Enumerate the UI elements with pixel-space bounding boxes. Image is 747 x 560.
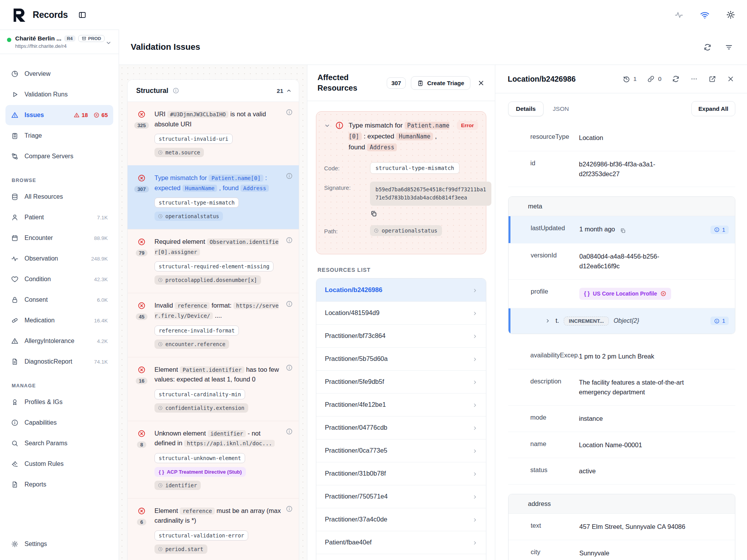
- sidebar-item-overview[interactable]: Overview: [5, 64, 113, 84]
- sidebar-item-settings[interactable]: Settings: [5, 534, 113, 554]
- info-count-badge[interactable]: 1: [710, 317, 729, 325]
- info-count-badge[interactable]: 1: [710, 226, 729, 234]
- detail-row[interactable]: lastUpdated1 month ago1: [509, 216, 735, 243]
- issue-card[interactable]: 325URI #U3DjmnJW3CLbaIHO is not a valid …: [128, 102, 299, 165]
- info-icon[interactable]: [286, 236, 293, 243]
- sidebar-item-observation[interactable]: Observation248.9K: [5, 248, 113, 269]
- theme-toggle-icon[interactable]: [726, 10, 735, 19]
- resource-list-item[interactable]: Patient/fbda408: [316, 554, 486, 560]
- sidebar-item-encounter[interactable]: Encounter88.9K: [5, 228, 113, 248]
- resource-list-item[interactable]: Practitioner/0ca773e5: [316, 439, 486, 462]
- info-icon[interactable]: [286, 108, 293, 116]
- rule-tag[interactable]: structural-invalid-uri: [154, 134, 233, 144]
- detail-row[interactable]: modeinstance: [508, 406, 735, 432]
- detail-row[interactable]: nameLocation Name-00001: [508, 432, 735, 458]
- rule-tag[interactable]: structural-unknown-element: [154, 453, 245, 463]
- sidebar-item-medication[interactable]: Medication16.4K: [5, 310, 113, 331]
- open-external-icon[interactable]: [708, 75, 716, 83]
- rule-tag[interactable]: structural-validation-error: [154, 530, 248, 541]
- resource-list-item[interactable]: Practitioner/04776cdb: [316, 416, 486, 439]
- detail-row[interactable]: citySunnyvale: [509, 540, 735, 560]
- sidebar-item-compare-servers[interactable]: Compare Servers: [5, 146, 113, 166]
- sidebar-item-profiles-igs[interactable]: Profiles & IGs: [5, 392, 113, 412]
- sidebar-item-triage[interactable]: Triage: [5, 126, 113, 146]
- refresh-icon[interactable]: [672, 75, 680, 83]
- resource-list-item[interactable]: Practitioner/5fe9db5f: [316, 370, 486, 393]
- rule-tag[interactable]: structural-required-element-missing: [154, 261, 274, 271]
- sidebar-item-capabilities[interactable]: Capabilities: [5, 413, 113, 433]
- wifi-icon[interactable]: [700, 10, 710, 20]
- copy-icon[interactable]: [370, 210, 377, 217]
- resource-list-item[interactable]: Practitioner/5b75d60a: [316, 347, 486, 370]
- close-icon[interactable]: [727, 75, 735, 83]
- more-options-icon[interactable]: [690, 75, 698, 83]
- sidebar-item-all-resources[interactable]: All Resources: [5, 187, 113, 207]
- detail-row[interactable]: versionId0a0840d4-a4a8-4456-b256-d12ea6c…: [509, 243, 735, 280]
- expand-chevron-icon[interactable]: [545, 318, 551, 324]
- sidebar-item-reports[interactable]: Reports: [5, 474, 113, 495]
- info-icon[interactable]: [286, 428, 293, 435]
- detail-row[interactable]: resourceTypeLocation: [508, 125, 735, 151]
- detail-row[interactable]: idb2426986-bf36-4f3a-a3a1-d2f2353dec27: [508, 151, 735, 187]
- info-icon[interactable]: [286, 505, 293, 513]
- resource-list-item[interactable]: Practitioner/bf73c864: [316, 324, 486, 347]
- profile-pill[interactable]: { }US Core Location Profile: [579, 288, 671, 300]
- path-tag[interactable]: encounter.reference: [154, 340, 229, 349]
- detail-row[interactable]: descriptionThe facility features a state…: [508, 369, 735, 406]
- issue-card[interactable]: 16Element Patient.identifier has too few…: [128, 357, 299, 421]
- remove-circle-icon[interactable]: [660, 290, 666, 297]
- sidebar-item-diagnosticreport[interactable]: DiagnosticReport74.1K: [5, 352, 113, 372]
- issue-card[interactable]: 79Required element Observation.identifie…: [128, 229, 299, 293]
- create-triage-button[interactable]: Create Triage: [411, 76, 470, 90]
- resource-list-item[interactable]: Practitioner/31b0b78f: [316, 462, 486, 485]
- detail-row[interactable]: availabilityExcep...1 pm to 2 pm Lunch B…: [508, 343, 735, 370]
- close-icon[interactable]: [477, 79, 485, 86]
- history-icon[interactable]: 1: [622, 75, 637, 83]
- sidebar-item-custom-rules[interactable]: Custom Rules: [5, 454, 113, 474]
- sidebar-item-consent[interactable]: Consent6.0K: [5, 290, 113, 310]
- sidebar-item-allergyintolerance[interactable]: AllergyIntolerance4.2K: [5, 331, 113, 351]
- issue-card[interactable]: 307Type mismatch for Patient.name[0] : e…: [128, 165, 299, 229]
- info-icon[interactable]: [172, 87, 179, 94]
- issue-group-collapse[interactable]: 21: [277, 88, 292, 94]
- resource-list-item[interactable]: Practitioner/37a4c0de: [316, 508, 486, 531]
- issue-card[interactable]: 8Unknown element identifier - not define…: [128, 421, 299, 498]
- filter-icon[interactable]: [725, 43, 733, 51]
- resource-list-item[interactable]: Location/481594d9: [316, 301, 486, 324]
- resource-list-item[interactable]: Location/b2426986: [316, 278, 486, 301]
- sidebar-item-patient[interactable]: Patient7.1K: [5, 207, 113, 228]
- sidebar-toggle-icon[interactable]: [78, 10, 87, 19]
- rule-tag[interactable]: structural-type-mismatch: [154, 198, 239, 208]
- copy-icon[interactable]: [620, 225, 626, 235]
- detail-row[interactable]: statusactive: [508, 458, 735, 485]
- info-icon[interactable]: [286, 300, 293, 307]
- path-tag[interactable]: operationalstatus: [154, 212, 223, 221]
- resource-list-item[interactable]: Practitioner/4fe12be1: [316, 393, 486, 416]
- resource-list-item[interactable]: Practitioner/750571e4: [316, 485, 486, 508]
- issue-card[interactable]: 45Invalid reference format: https://serv…: [128, 293, 299, 357]
- sidebar-item-condition[interactable]: Condition42.3K: [5, 269, 113, 289]
- tab-json[interactable]: JSON: [553, 105, 569, 112]
- info-icon[interactable]: [286, 172, 293, 180]
- profile-tag[interactable]: { }ACP Treatment Directive (Stub): [154, 467, 246, 477]
- expand-all-button[interactable]: Expand All: [691, 101, 735, 116]
- sidebar-item-validation-runs[interactable]: Validation Runs: [5, 84, 113, 105]
- path-tag[interactable]: protocolapplied.dosenumber[x]: [154, 275, 261, 285]
- collapse-chevron-icon[interactable]: [324, 122, 330, 153]
- path-tag[interactable]: period.start: [154, 544, 207, 554]
- activity-status-icon[interactable]: [674, 10, 684, 19]
- sidebar-item-issues[interactable]: Issues1865: [5, 105, 113, 125]
- link-icon[interactable]: 0: [647, 75, 661, 83]
- info-icon[interactable]: [286, 364, 293, 371]
- path-tag[interactable]: meta.source: [154, 148, 204, 157]
- server-selector[interactable]: Charité Berlin ... R4 PROD https://fhir.…: [0, 30, 119, 54]
- tab-details[interactable]: Details: [508, 102, 544, 116]
- detail-row[interactable]: t.INCREMENT...Object{2}1: [509, 308, 735, 334]
- detail-row[interactable]: text457 Elm Street, Sunnyvale CA 94086: [509, 514, 735, 540]
- rule-tag[interactable]: reference-invalid-format: [154, 326, 239, 336]
- path-tag[interactable]: confidentiality.extension: [154, 403, 248, 413]
- issue-card[interactable]: 6Element reference must be an array (max…: [128, 498, 299, 560]
- path-tag[interactable]: identifier: [154, 481, 201, 490]
- resource-list-item[interactable]: Patient/fbae40ef: [316, 531, 486, 554]
- sidebar-item-search-params[interactable]: Search Params: [5, 433, 113, 453]
